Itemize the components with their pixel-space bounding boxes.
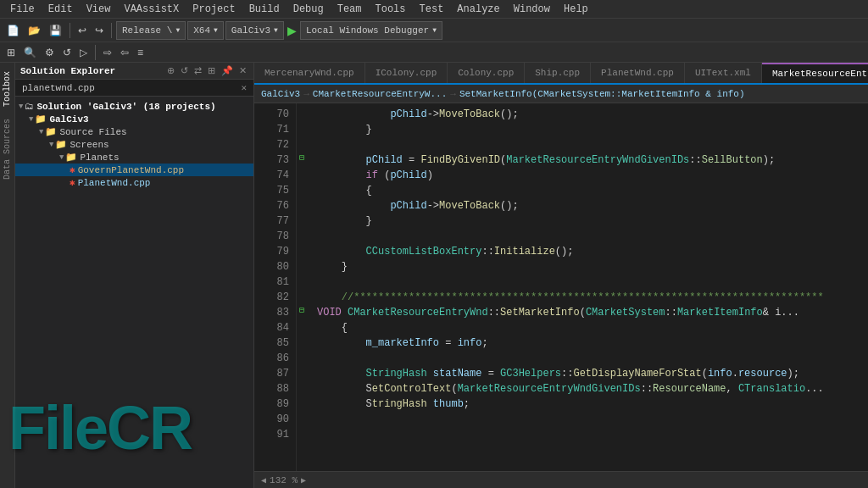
ln-73: 73: [254, 152, 289, 168]
tb2-btn1[interactable]: ⊞: [3, 45, 19, 60]
project-icon: 📁: [35, 114, 47, 125]
tab-icolony-label: IColony.cpp: [376, 68, 437, 78]
se-btn3[interactable]: ⇄: [192, 65, 203, 76]
new-btn[interactable]: 📄: [3, 23, 23, 38]
tb2-btn7[interactable]: ⇦: [117, 45, 132, 60]
menu-edit[interactable]: Edit: [42, 2, 80, 17]
ln-91: 91: [254, 427, 289, 442]
breadcrumb-bar: GalCiv3 → CMarketResourceEntryW... → Set…: [254, 85, 868, 103]
config-arrow: ▼: [175, 26, 180, 34]
platform-arrow: ▼: [214, 26, 218, 34]
tab-icolony[interactable]: IColony.cpp: [365, 63, 448, 83]
tb2-btn5[interactable]: ▷: [76, 45, 91, 60]
menu-team[interactable]: Team: [331, 2, 369, 17]
menu-tools[interactable]: Tools: [369, 2, 413, 17]
bc-file[interactable]: GalCiv3: [261, 89, 300, 99]
collapse-74[interactable]: ⊟: [299, 152, 304, 163]
tab-mercenary[interactable]: MercenaryWnd.cpp: [254, 63, 365, 83]
menu-project[interactable]: Project: [186, 2, 242, 17]
tree-solution[interactable]: ▼ 🗂 Solution 'GalCiv3' (18 projects): [15, 100, 253, 113]
tab-ship[interactable]: Ship.cpp: [525, 63, 591, 83]
ln-88: 88: [254, 381, 289, 396]
screens-label: Screens: [70, 140, 108, 150]
editor-area: MercenaryWnd.cpp IColony.cpp Colony.cpp …: [254, 63, 868, 488]
file-tab-close[interactable]: ✕: [241, 82, 247, 93]
editor-bottom-bar: ◀ 132 % ▶: [254, 471, 868, 488]
project-arrow: ▼: [274, 26, 278, 34]
planet-icon: ✱: [70, 177, 75, 188]
save-btn[interactable]: 💾: [46, 23, 65, 38]
tree-project[interactable]: ▼ 📁 GalCiv3: [15, 113, 253, 125]
source-icon: 📁: [45, 126, 57, 137]
tree-source-files[interactable]: ▼ 📁 Source Files: [15, 125, 253, 138]
se-pin[interactable]: 📌: [220, 65, 235, 76]
screens-arrow: ▼: [49, 141, 53, 149]
se-btn1[interactable]: ⊕: [165, 65, 176, 76]
menu-analyze[interactable]: Analyze: [450, 2, 506, 17]
tab-colony[interactable]: Colony.cpp: [448, 63, 525, 83]
tb2-btn8[interactable]: ≡: [134, 45, 147, 60]
platform-dropdown[interactable]: X64 ▼: [187, 21, 224, 40]
project-label: GalCiv3: [49, 114, 88, 125]
debugger-dropdown[interactable]: Local Windows Debugger ▼: [300, 21, 442, 40]
ln-70: 70: [254, 107, 289, 122]
menu-vaassistx[interactable]: VAAssistX: [117, 2, 186, 17]
ln-74: 74: [254, 168, 289, 183]
se-btn4[interactable]: ⊞: [206, 65, 217, 76]
tb2-btn2[interactable]: 🔍: [20, 45, 40, 60]
zoom-control: ◀ 132 % ▶: [261, 475, 306, 485]
ln-80: 80: [254, 259, 289, 274]
solution-icon: 🗂: [25, 101, 34, 112]
menu-help[interactable]: Help: [557, 2, 595, 17]
play-button[interactable]: ▶: [286, 24, 298, 37]
tab-planetwnd[interactable]: PlanetWnd.cpp: [591, 63, 685, 83]
code-editor[interactable]: 70 71 72 73 74 75 76 77 78 79 80 81 82 8…: [254, 103, 868, 471]
tb2-btn6[interactable]: ⇨: [100, 45, 115, 60]
menu-file[interactable]: File: [3, 2, 42, 17]
ln-78: 78: [254, 229, 289, 244]
line-numbers: 70 71 72 73 74 75 76 77 78 79 80 81 82 8…: [254, 103, 297, 471]
tab-uitext[interactable]: UIText.xml: [685, 63, 762, 83]
se-btn2[interactable]: ↺: [179, 65, 190, 76]
main-toolbar: 📄 📂 💾 ↩ ↪ Release \ ▼ X64 ▼ GalCiv3 ▼ ▶ …: [0, 19, 868, 42]
config-dropdown[interactable]: Release \ ▼: [116, 21, 186, 40]
open-btn[interactable]: 📂: [25, 23, 44, 38]
data-sources-tab[interactable]: Data Sources: [1, 114, 14, 185]
se-title: Solution Explorer: [20, 66, 115, 76]
bc-class[interactable]: CMarketResourceEntryW...: [313, 89, 447, 99]
file-tab: planetwnd.cpp ✕: [15, 80, 253, 97]
tab-planetwnd-label: PlanetWnd.cpp: [601, 68, 674, 78]
menu-window[interactable]: Window: [507, 2, 557, 17]
file-tabs-bar: MercenaryWnd.cpp IColony.cpp Colony.cpp …: [254, 63, 868, 85]
tab-ship-label: Ship.cpp: [535, 68, 580, 78]
tb2-btn4[interactable]: ↺: [59, 45, 75, 60]
project-dropdown[interactable]: GalCiv3 ▼: [225, 21, 284, 40]
zoom-increase[interactable]: ▶: [301, 475, 306, 485]
govern-label: GovernPlanetWnd.cpp: [78, 165, 184, 175]
planet-label: PlanetWnd.cpp: [78, 178, 151, 188]
bc-method[interactable]: SetMarketInfo(CMarketSystem::MarketItemI…: [459, 89, 745, 99]
bc-arrow1: →: [303, 89, 309, 99]
redo-btn[interactable]: ↪: [92, 23, 107, 38]
collapse-83[interactable]: ⊟: [299, 305, 304, 315]
solution-label: Solution 'GalCiv3' (18 projects): [36, 102, 215, 112]
tree-planet[interactable]: ✱ PlanetWnd.cpp: [15, 176, 253, 189]
menu-build[interactable]: Build: [242, 2, 287, 17]
menu-test[interactable]: Test: [413, 2, 451, 17]
tree-screens[interactable]: ▼ 📁 Screens: [15, 138, 253, 151]
se-close[interactable]: ✕: [237, 65, 248, 76]
code-content[interactable]: pChild->MoveToBack(); } pChild = FindByG…: [310, 103, 868, 471]
zoom-decrease[interactable]: ◀: [261, 475, 266, 485]
tab-market-label: MarketResourceEntry...: [772, 69, 868, 79]
undo-btn[interactable]: ↩: [75, 23, 90, 38]
tab-market[interactable]: MarketResourceEntry... ✕: [762, 63, 868, 83]
toolbox-tab[interactable]: Toolbox: [1, 66, 14, 112]
tb2-btn3[interactable]: ⚙: [42, 45, 58, 60]
tab-colony-label: Colony.cpp: [458, 68, 514, 78]
source-label: Source Files: [59, 127, 126, 137]
menu-debug[interactable]: Debug: [287, 2, 331, 17]
menu-view[interactable]: View: [80, 2, 118, 17]
tree-planets[interactable]: ▼ 📁 Planets: [15, 151, 253, 164]
bc-arrow2: →: [450, 89, 456, 99]
tree-govern[interactable]: ✱ GovernPlanetWnd.cpp: [15, 164, 253, 176]
